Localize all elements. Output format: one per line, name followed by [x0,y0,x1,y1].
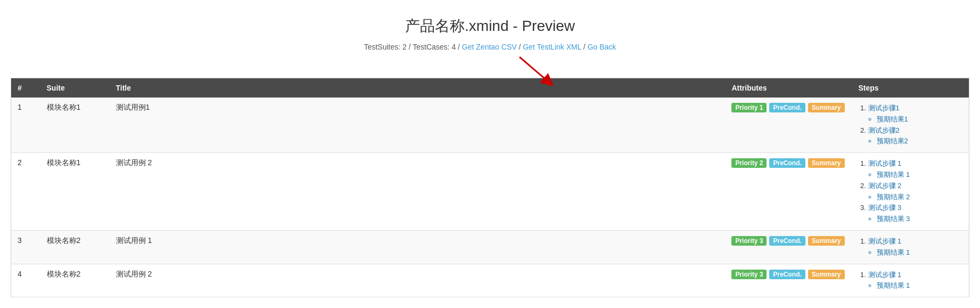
step-item: 测试步骤 3预期结果 3 [868,202,963,225]
cell-steps: 测试步骤1预期结果1测试步骤2预期结果2 [852,98,969,153]
cell-num: 1 [11,98,40,153]
cell-attributes: Priority 3PreCond.Summary [725,230,852,264]
summary-badge: Summary [808,270,845,279]
summary-badge: Summary [808,236,845,246]
page-wrapper: 产品名称.xmind - Preview TestSuites: 2 / Tes… [0,0,980,308]
priority-badge: Priority 1 [731,103,767,112]
step-item: 测试步骤 1预期结果 1 [868,236,963,258]
summary-badge: Summary [808,158,845,168]
step-item: 测试步骤1预期结果1 [868,103,963,125]
arrow-icon [514,54,562,86]
svg-line-1 [520,57,549,82]
cell-steps: 测试步骤 1预期结果 1 [852,264,969,297]
precond-badge: PreCond. [769,103,805,112]
step-sub-item: 预期结果 3 [877,214,963,225]
step-sub-item: 预期结果2 [877,136,963,147]
step-item: 测试步骤 1预期结果 1 [868,270,963,292]
col-header-steps: Steps [852,78,969,98]
cell-num: 2 [11,153,40,231]
cell-suite: 模块名称1 [40,98,110,153]
table-header-row: # Suite Title Attributes Steps [11,78,969,98]
cell-steps: 测试步骤 1预期结果 1测试步骤 2预期结果 2测试步骤 3预期结果 3 [852,153,969,231]
cell-title: 测试用例 1 [110,230,726,264]
page-title: 产品名称.xmind - Preview [405,16,575,36]
cell-suite: 模块名称2 [40,230,110,264]
cell-steps: 测试步骤 1预期结果 1 [852,230,969,264]
cell-title: 测试用例 2 [110,264,726,297]
step-item: 测试步骤 2预期结果 2 [868,181,963,203]
priority-badge: Priority 3 [731,270,767,279]
col-header-num: # [11,78,40,98]
cell-num: 3 [11,230,40,264]
subtitle: TestSuites: 2 / TestCases: 4 / Get Zenta… [364,43,616,51]
step-item: 测试步骤 1预期结果 1 [868,158,963,181]
main-table: # Suite Title Attributes Steps 1模块名称1测试用… [11,78,969,297]
step-sub-item: 预期结果 1 [877,247,963,258]
step-sub-item: 预期结果1 [877,114,963,125]
arrow-container [11,60,969,76]
table-row: 1模块名称1测试用例1Priority 1PreCond.Summary测试步骤… [11,98,969,153]
precond-badge: PreCond. [769,270,805,279]
step-item: 测试步骤2预期结果2 [868,125,963,148]
col-header-title: Title [110,78,726,98]
cell-suite: 模块名称2 [40,264,110,297]
col-header-suite: Suite [40,78,110,98]
get-zentao-csv-link[interactable]: Get Zentao CSV [462,43,517,51]
precond-badge: PreCond. [769,158,805,168]
cell-num: 4 [11,264,40,297]
summary-badge: Summary [808,103,845,112]
precond-badge: PreCond. [769,236,805,246]
table-row: 3模块名称2测试用例 1Priority 3PreCond.Summary测试步… [11,230,969,264]
priority-badge: Priority 2 [731,158,767,168]
step-sub-item: 预期结果 2 [877,192,963,203]
table-container: # Suite Title Attributes Steps 1模块名称1测试用… [11,78,969,297]
col-header-attributes: Attributes [725,78,852,98]
cell-title: 测试用例 2 [110,153,726,231]
step-sub-item: 预期结果 1 [877,280,963,291]
cell-attributes: Priority 3PreCond.Summary [725,264,852,297]
table-row: 2模块名称1测试用例 2Priority 2PreCond.Summary测试步… [11,153,969,231]
cell-suite: 模块名称1 [40,153,110,231]
cell-title: 测试用例1 [110,98,726,153]
table-row: 4模块名称2测试用例 2Priority 3PreCond.Summary测试步… [11,264,969,297]
step-sub-item: 预期结果 1 [877,169,963,181]
cell-attributes: Priority 1PreCond.Summary [725,98,852,153]
priority-badge: Priority 3 [731,236,767,246]
cell-attributes: Priority 2PreCond.Summary [725,153,852,231]
get-testlink-xml-link[interactable]: Get TestLink XML [523,43,581,51]
go-back-link[interactable]: Go Back [588,43,616,51]
